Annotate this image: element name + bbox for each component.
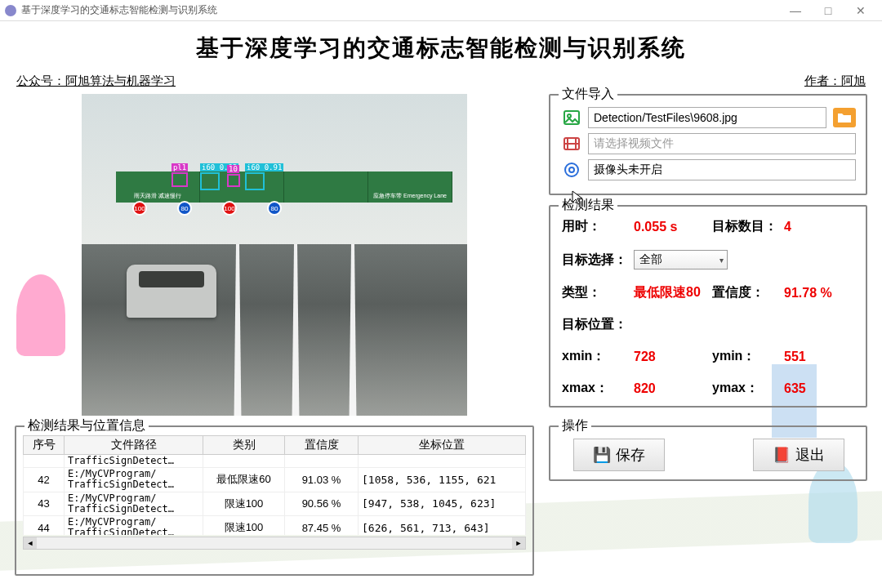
results-legend: 检测结果 [559, 197, 617, 214]
table-header[interactable]: 坐标位置 [359, 436, 526, 455]
file-import-legend: 文件导入 [559, 86, 617, 103]
image-path-field[interactable]: Detection/TestFiles\9608.jpg [588, 107, 826, 128]
ymin-label: ymin： [712, 348, 777, 365]
camera-status-field[interactable]: 摄像头未开启 [588, 159, 856, 180]
table-row[interactable]: 43E:/MyCVProgram/TrafficSignDetect…限速100… [24, 492, 526, 515]
video-icon [562, 134, 581, 154]
detection-box: pl1 [172, 172, 188, 187]
select-label: 目标选择： [562, 252, 627, 269]
window-title: 基于深度学习的交通标志智能检测与识别系统 [21, 3, 217, 17]
detection-image: 雨天路滑 减速慢行 应急停车带 Emergency Lane 100801008… [82, 94, 467, 416]
pos-label: 目标位置： [562, 316, 627, 333]
table-row[interactable]: TrafficSignDetect… [24, 455, 526, 468]
conf-label: 置信度： [712, 284, 777, 301]
subtitle-left: 公众号：阿旭算法与机器学习 [16, 74, 176, 89]
save-button[interactable]: 💾 保存 [573, 439, 665, 471]
speed-badge: 80 [267, 201, 282, 216]
table-legend: 检测结果与位置信息 [24, 417, 149, 434]
minimize-button[interactable]: — [779, 0, 812, 21]
xmin-value: 728 [634, 350, 706, 364]
type-value: 最低限速80 [634, 284, 706, 301]
detection-box: i60 0.92 [200, 172, 220, 190]
scroll-left-icon[interactable]: ◄ [24, 537, 37, 549]
table-header[interactable]: 文件路径 [65, 436, 203, 455]
table-group: 检测结果与位置信息 序号文件路径类别置信度坐标位置 TrafficSignDet… [15, 425, 534, 576]
exit-icon: 📕 [773, 446, 791, 464]
count-value: 4 [784, 220, 856, 234]
ops-legend: 操作 [559, 417, 591, 434]
type-label: 类型： [562, 284, 627, 301]
subtitle-right: 作者：阿旭 [804, 74, 866, 89]
ymin-value: 551 [784, 350, 856, 364]
gantry-signs: 雨天路滑 减速慢行 应急停车带 Emergency Lane 100801008… [116, 172, 452, 203]
video-path-field[interactable]: 请选择视频文件 [588, 133, 856, 154]
table-header[interactable]: 序号 [24, 436, 65, 455]
time-value: 0.055 s [634, 220, 706, 234]
svg-point-4 [569, 167, 574, 172]
file-import-group: 文件导入 Detection/TestFiles\9608.jpg 请选择视频文… [549, 94, 867, 195]
conf-value: 91.78 % [784, 286, 856, 301]
target-select[interactable]: 全部 [634, 250, 728, 270]
svg-point-1 [568, 114, 571, 118]
detection-box: i60 0.91 [245, 172, 265, 190]
ymax-label: ymax： [712, 380, 777, 397]
detection-box: 10 [227, 174, 240, 187]
results-group: 检测结果 用时： 0.055 s 目标数目： 4 目标选择： 全部 类型： 最低… [549, 205, 867, 408]
time-label: 用时： [562, 218, 627, 235]
results-table[interactable]: 序号文件路径类别置信度坐标位置 TrafficSignDetect…42E:/M… [23, 435, 526, 535]
app-icon [5, 5, 16, 16]
table-header[interactable]: 置信度 [285, 436, 359, 455]
scroll-right-icon[interactable]: ► [512, 537, 525, 549]
title-bar: 基于深度学习的交通标志智能检测与识别系统 — □ ✕ [0, 0, 882, 21]
speed-badge: 80 [177, 201, 192, 216]
h-scrollbar[interactable]: ◄ ► [23, 537, 526, 550]
svg-point-3 [565, 163, 578, 176]
xmax-label: xmax： [562, 380, 627, 397]
app-title: 基于深度学习的交通标志智能检测与识别系统 [15, 33, 867, 72]
xmax-value: 820 [634, 381, 706, 396]
table-row[interactable]: 42E:/MyCVProgram/TrafficSignDetect…最低限速6… [24, 468, 526, 492]
speed-badge: 100 [132, 201, 147, 216]
browse-image-button[interactable] [833, 108, 856, 127]
table-header[interactable]: 类别 [203, 436, 285, 455]
maximize-button[interactable]: □ [812, 0, 844, 21]
count-label: 目标数目： [712, 218, 777, 235]
camera-icon [562, 160, 581, 180]
save-icon: 💾 [593, 446, 611, 464]
car-in-image [127, 265, 216, 318]
image-icon [562, 108, 581, 127]
xmin-label: xmin： [562, 348, 627, 365]
table-row[interactable]: 44E:/MyCVProgram/TrafficSignDetect…限速100… [24, 515, 526, 535]
image-panel: 雨天路滑 减速慢行 应急停车带 Emergency Lane 100801008… [15, 94, 534, 417]
close-button[interactable]: ✕ [844, 0, 877, 21]
ops-group: 操作 💾 保存 📕 退出 [549, 425, 867, 481]
ymax-value: 635 [784, 381, 856, 396]
exit-button[interactable]: 📕 退出 [753, 439, 844, 471]
speed-badge: 100 [222, 201, 237, 216]
